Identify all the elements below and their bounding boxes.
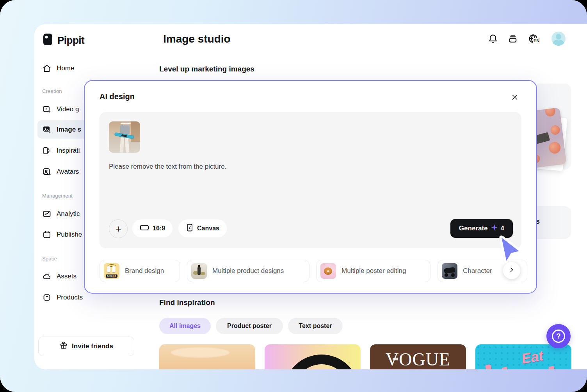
language-globe-icon[interactable]: EN bbox=[528, 33, 539, 44]
vogue-title: VOGUE bbox=[370, 349, 466, 369]
inspiration-card-headphones[interactable] bbox=[265, 344, 361, 369]
sidebar-item-label: Video g bbox=[57, 105, 79, 113]
avatar-head bbox=[556, 34, 561, 39]
gift-icon bbox=[59, 341, 68, 352]
user-avatar[interactable] bbox=[551, 32, 566, 46]
chip-label: Multiple poster editing bbox=[342, 267, 406, 275]
add-attachment-button[interactable]: + bbox=[109, 219, 128, 238]
tab-label: Text poster bbox=[299, 323, 332, 330]
aspect-ratio-button[interactable]: 16:9 bbox=[132, 219, 173, 237]
app-window: Pippit Image studio EN Home Creation Vid… bbox=[34, 24, 587, 369]
chip-brand-design[interactable]: FASHIO Brand design bbox=[100, 260, 180, 282]
pippit-logo-icon bbox=[42, 33, 54, 48]
chip-label: Multiple product designs bbox=[212, 267, 284, 275]
ai-design-modal: AI design Please remove the text from th… bbox=[84, 80, 537, 294]
products-bag-icon bbox=[42, 293, 52, 302]
invite-friends-label: Invite friends bbox=[72, 342, 113, 350]
attached-image-thumbnail[interactable] bbox=[109, 121, 140, 153]
sidebar-item-label: Image s bbox=[57, 126, 81, 134]
chip-label: Character bbox=[463, 267, 492, 275]
canvas-label: Canvas bbox=[197, 225, 219, 232]
home-icon bbox=[42, 64, 52, 73]
brand-logo[interactable]: Pippit bbox=[42, 33, 84, 48]
find-inspiration-heading: Find inspiration bbox=[159, 298, 215, 307]
inspiration-card-vogue[interactable]: VOGUE bbox=[370, 344, 466, 369]
chevron-right-icon bbox=[508, 266, 516, 275]
sidebar-item-label: Products bbox=[57, 294, 83, 301]
sidebar-item-label: Assets bbox=[57, 273, 76, 280]
brand-name: Pippit bbox=[57, 34, 84, 46]
sidebar-item-label: Home bbox=[57, 64, 74, 72]
sidebar-item-products[interactable]: Products bbox=[37, 290, 87, 305]
headphones-arc bbox=[283, 355, 360, 369]
sidebar-section-creation: Creation bbox=[42, 88, 62, 94]
chip-label: Brand design bbox=[125, 267, 164, 275]
prompt-panel[interactable]: Please remove the text from the picture.… bbox=[100, 112, 521, 248]
sidebar-item-label: Analytic bbox=[57, 210, 80, 218]
avatars-icon bbox=[42, 167, 52, 176]
mouse-cursor bbox=[496, 233, 523, 266]
analytics-icon bbox=[42, 209, 52, 219]
section-heading: Level up marketing images bbox=[159, 65, 254, 73]
canvas-icon bbox=[186, 223, 194, 233]
help-button[interactable]: ? bbox=[546, 324, 571, 348]
sidebar-item-label: Inspirati bbox=[57, 147, 80, 155]
chip-multiple-product-designs[interactable]: Multiple product designs bbox=[187, 260, 310, 282]
credits-count: 4 bbox=[501, 225, 504, 232]
image-studio-icon bbox=[42, 125, 52, 134]
sidebar-item-avatars[interactable]: Avatars bbox=[37, 164, 84, 180]
screen: Pippit Image studio EN Home Creation Vid… bbox=[0, 0, 587, 392]
question-mark-icon: ? bbox=[552, 330, 565, 343]
tab-text-poster[interactable]: Text poster bbox=[288, 318, 343, 334]
page-background: Pippit Image studio EN Home Creation Vid… bbox=[0, 0, 587, 392]
avatar-body bbox=[553, 39, 564, 46]
tab-label: Product poster bbox=[227, 323, 272, 330]
video-generator-icon bbox=[42, 105, 52, 114]
character-thumb-icon bbox=[442, 263, 457, 279]
generate-label: Generate bbox=[459, 225, 488, 232]
tab-label: All images bbox=[169, 323, 201, 330]
sidebar-item-publisher[interactable]: Publishe bbox=[37, 227, 87, 242]
sidebar-item-home[interactable]: Home bbox=[37, 61, 79, 76]
sidebar-item-video-generator[interactable]: Video g bbox=[37, 102, 84, 117]
assets-cloud-icon bbox=[42, 272, 52, 281]
sidebar-item-inspiration[interactable]: Inspirati bbox=[37, 143, 85, 159]
close-icon[interactable] bbox=[510, 92, 520, 102]
credits-sparkle-icon bbox=[491, 224, 498, 233]
page-title: Image studio bbox=[163, 33, 231, 45]
publisher-calendar-icon bbox=[42, 230, 52, 239]
canvas-button[interactable]: Canvas bbox=[178, 219, 227, 237]
eat-poster-text: Eat bbox=[520, 347, 544, 367]
aspect-ratio-value: 16:9 bbox=[153, 225, 165, 232]
poster-thumb-icon bbox=[320, 263, 336, 279]
language-code: EN bbox=[533, 38, 540, 43]
sidebar-section-management: Management bbox=[42, 193, 73, 199]
sidebar-item-label: Publishe bbox=[57, 231, 82, 239]
tab-product-poster[interactable]: Product poster bbox=[216, 318, 283, 334]
inspiration-icon bbox=[42, 146, 52, 155]
sidebar-item-analytics[interactable]: Analytic bbox=[37, 206, 85, 222]
invite-friends-button[interactable]: Invite friends bbox=[38, 337, 134, 356]
sidebar-item-label: Avatars bbox=[57, 168, 79, 176]
chip-multiple-poster-editing[interactable]: Multiple poster editing bbox=[316, 260, 430, 282]
inspiration-card-sunset[interactable] bbox=[159, 344, 255, 369]
tab-all-images[interactable]: All images bbox=[159, 318, 211, 334]
plus-icon: + bbox=[115, 223, 121, 235]
product-thumb-icon bbox=[191, 263, 207, 279]
billing-receipt-icon[interactable] bbox=[507, 33, 518, 44]
notifications-bell-icon[interactable] bbox=[487, 33, 498, 44]
sidebar-section-space: Space bbox=[42, 256, 57, 262]
modal-title: AI design bbox=[100, 92, 135, 101]
fashion-tag-text: FASHIO bbox=[106, 274, 117, 278]
sidebar-item-assets[interactable]: Assets bbox=[37, 269, 81, 284]
brand-design-thumb-icon: FASHIO bbox=[104, 263, 119, 279]
prompt-text[interactable]: Please remove the text from the picture. bbox=[109, 163, 226, 171]
aspect-ratio-icon bbox=[140, 224, 149, 233]
